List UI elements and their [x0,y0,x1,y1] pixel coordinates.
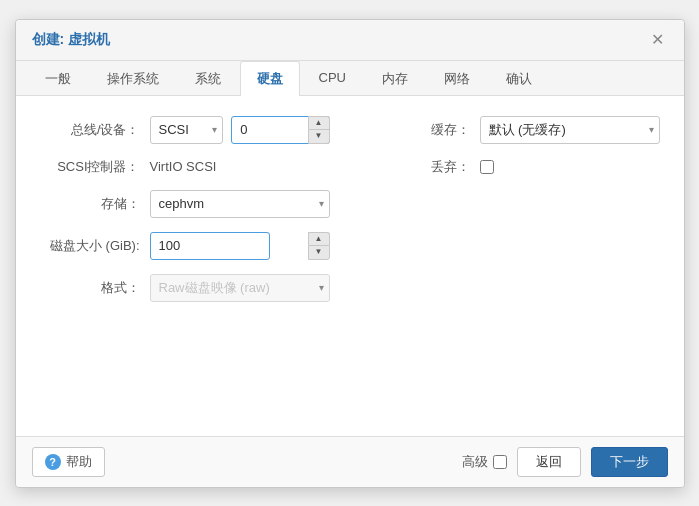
cache-label: 缓存： [370,121,480,139]
storage-select[interactable]: cephvm [150,190,330,218]
tab-system[interactable]: 系统 [178,61,238,96]
tab-cpu[interactable]: CPU [302,61,363,96]
discard-label: 丢弃： [370,158,480,176]
device-number-spinner: ▲ ▼ [308,116,330,144]
tab-disk[interactable]: 硬盘 [240,61,300,96]
next-button[interactable]: 下一步 [591,447,668,477]
bus-label: 总线/设备： [40,121,150,139]
dialog-footer: ? 帮助 高级 返回 下一步 [16,436,684,487]
storage-row: 存储： cephvm ▾ [40,190,330,218]
tab-memory[interactable]: 内存 [365,61,425,96]
storage-label: 存储： [40,195,150,213]
help-button[interactable]: ? 帮助 [32,447,105,477]
discard-checkbox-wrap [480,160,660,174]
bus-select-wrap: SCSI IDE VirtIO SATA ▾ [150,116,224,144]
help-icon: ? [45,454,61,470]
tab-general[interactable]: 一般 [28,61,88,96]
scsi-controller-label: SCSI控制器： [40,158,150,176]
bus-device-control: SCSI IDE VirtIO SATA ▾ ▲ ▼ [150,116,330,144]
device-number-up[interactable]: ▲ [308,116,330,130]
advanced-label: 高级 [462,453,488,471]
dialog-header: 创建: 虚拟机 ✕ [16,20,684,61]
footer-right: 高级 返回 下一步 [462,447,668,477]
create-vm-dialog: 创建: 虚拟机 ✕ 一般 操作系统 系统 硬盘 CPU 内存 网络 确认 总线/… [15,19,685,488]
format-row: 格式： Raw磁盘映像 (raw) ▾ [40,274,330,302]
format-select-wrap: Raw磁盘映像 (raw) ▾ [150,274,330,302]
storage-select-wrap: cephvm ▾ [150,190,330,218]
form-section: 总线/设备： SCSI IDE VirtIO SATA ▾ [40,116,660,316]
dialog-title: 创建: 虚拟机 [32,31,111,49]
cache-row: 缓存： 默认 (无缓存) 无 直写 回写 ▾ [370,116,660,144]
scsi-controller-text: VirtIO SCSI [150,159,217,174]
disk-size-spinner: ▲ ▼ [308,232,330,260]
discard-row: 丢弃： [370,158,660,176]
disk-size-row: 磁盘大小 (GiB): ▲ ▼ [40,232,330,260]
close-button[interactable]: ✕ [648,30,668,50]
scsi-controller-value: VirtIO SCSI [150,159,330,174]
bus-select[interactable]: SCSI IDE VirtIO SATA [150,116,224,144]
disk-size-input[interactable] [150,232,270,260]
advanced-checkbox[interactable] [493,455,507,469]
discard-control [480,160,660,174]
advanced-wrap: 高级 [462,453,507,471]
disk-size-down[interactable]: ▼ [308,245,330,260]
help-label: 帮助 [66,453,92,471]
format-select[interactable]: Raw磁盘映像 (raw) [150,274,330,302]
disk-size-label: 磁盘大小 (GiB): [40,237,150,255]
disk-size-wrap: ▲ ▼ [150,232,330,260]
format-control: Raw磁盘映像 (raw) ▾ [150,274,330,302]
tab-network[interactable]: 网络 [427,61,487,96]
cache-control: 默认 (无缓存) 无 直写 回写 ▾ [480,116,660,144]
cache-select-wrap: 默认 (无缓存) 无 直写 回写 ▾ [480,116,660,144]
tab-confirm[interactable]: 确认 [489,61,549,96]
cache-select[interactable]: 默认 (无缓存) 无 直写 回写 [480,116,660,144]
storage-control: cephvm ▾ [150,190,330,218]
right-column: 缓存： 默认 (无缓存) 无 直写 回写 ▾ [370,116,660,316]
scsi-controller-row: SCSI控制器： VirtIO SCSI [40,158,330,176]
left-column: 总线/设备： SCSI IDE VirtIO SATA ▾ [40,116,330,316]
bus-device-row: 总线/设备： SCSI IDE VirtIO SATA ▾ [40,116,330,144]
dialog-body: 总线/设备： SCSI IDE VirtIO SATA ▾ [16,96,684,436]
disk-size-control: ▲ ▼ [150,232,330,260]
format-label: 格式： [40,279,150,297]
device-number-down[interactable]: ▼ [308,129,330,144]
tabs-bar: 一般 操作系统 系统 硬盘 CPU 内存 网络 确认 [16,61,684,96]
discard-checkbox[interactable] [480,160,494,174]
back-button[interactable]: 返回 [517,447,581,477]
device-number-wrap: ▲ ▼ [231,116,329,144]
tab-os[interactable]: 操作系统 [90,61,176,96]
disk-size-up[interactable]: ▲ [308,232,330,246]
